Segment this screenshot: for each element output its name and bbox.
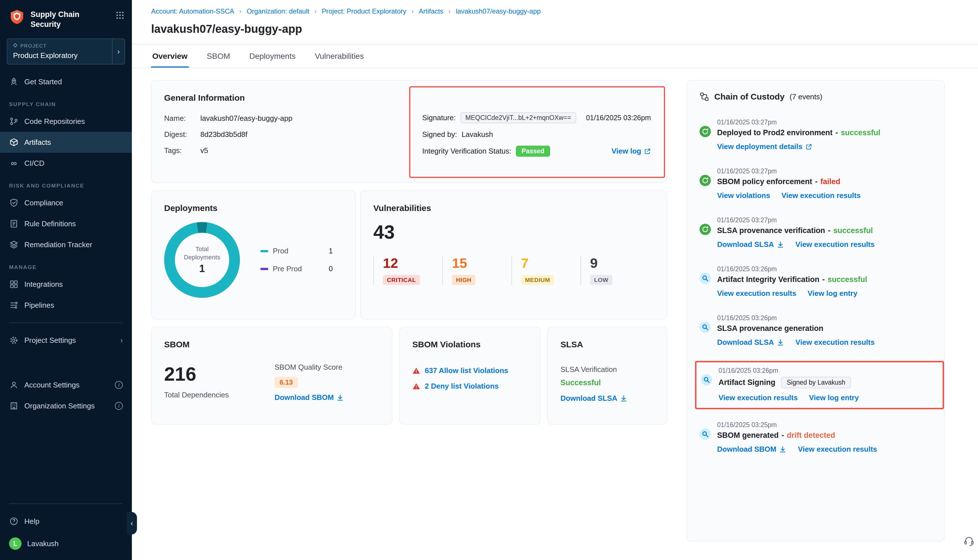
pipelines-icon (9, 300, 19, 310)
sidebar-item-integrations[interactable]: Integrations (0, 274, 132, 295)
download-slsa-link[interactable]: Download SLSA (717, 338, 784, 347)
person-icon (9, 380, 19, 390)
event-slsa-provenance-generation: 01/16/2025 03:26pm SLSA provenance gener… (699, 310, 931, 351)
event-time: 01/16/2025 03:27pm (717, 167, 931, 175)
view-execution-results-link[interactable]: View execution results (796, 338, 875, 347)
event-time: 01/16/2025 03:26pm (719, 367, 931, 375)
deploy-step-icon (699, 126, 711, 137)
download-slsa-link[interactable]: Download SLSA (717, 240, 784, 249)
sbom-total: 216 (164, 363, 274, 385)
digest-value: 8d23bd3b5d8f (200, 130, 247, 139)
tab-vulnerabilities[interactable]: Vulnerabilities (314, 44, 365, 68)
download-sbom-link[interactable]: Download SBOM (717, 445, 786, 454)
event-deployed-to-prod2: 01/16/2025 03:27pm Deployed to Prod2 env… (699, 114, 931, 155)
tab-overview[interactable]: Overview (151, 44, 189, 68)
sidebar-collapse-handle[interactable]: ‹ (127, 512, 137, 535)
tab-bar: Overview SBOM Deployments Vulnerabilitie… (132, 44, 978, 68)
donut-center-label: Total Deployments (184, 245, 220, 261)
name-label: Name: (164, 114, 200, 123)
breadcrumb-item-account[interactable]: Account: Automation-SSCA (151, 7, 234, 15)
project-selector[interactable]: PROJECT Product Exploratory › (7, 38, 125, 65)
sbom-total-label: Total Dependencies (164, 391, 274, 399)
deny-list-violations-link[interactable]: 2 Deny list Violations (425, 382, 499, 391)
tags-label: Tags: (164, 146, 200, 155)
event-sbom-generated: 01/16/2025 03:25pm SBOM generated-drift … (699, 417, 931, 458)
view-deployment-details-link[interactable]: View deployment details (717, 142, 812, 151)
legend-value: 1 (329, 247, 333, 255)
chevron-right-icon: › (112, 39, 125, 64)
sidebar-item-pipelines[interactable]: Pipelines (0, 295, 132, 316)
allow-list-violations-link[interactable]: 637 Allow list Violations (425, 366, 508, 375)
module-grid-icon[interactable] (116, 9, 124, 21)
app-logo[interactable] (9, 9, 25, 27)
event-sbom-policy-enforcement: 01/16/2025 03:27pm SBOM policy enforceme… (699, 163, 931, 205)
integrity-status-label: Integrity Verification Status: (422, 147, 511, 155)
low-count: 9 (590, 255, 614, 271)
download-icon (779, 446, 786, 453)
view-execution-results-link[interactable]: View execution results (781, 191, 861, 200)
sidebar: Supply Chain Security PROJECT Product Ex… (0, 0, 132, 560)
view-execution-results-link[interactable]: View execution results (719, 393, 798, 402)
view-log-entry-link[interactable]: View log entry (809, 393, 859, 402)
card-title: SBOM (164, 340, 379, 349)
scan-step-icon (701, 374, 712, 385)
chain-of-custody-icon (699, 92, 709, 102)
sidebar-item-project-settings[interactable]: Project Settings › (0, 330, 132, 351)
card-title: SLSA (560, 340, 654, 349)
card-title: SBOM Violations (412, 340, 527, 349)
rocket-icon (9, 77, 19, 87)
sidebar-item-help[interactable]: Help (0, 511, 132, 532)
medium-badge: MEDIUM (521, 275, 554, 285)
sidebar-item-artifacts[interactable]: Artifacts (0, 132, 132, 153)
severity-medium: 7 MEDIUM (511, 255, 563, 285)
event-status: drift detected (787, 431, 835, 440)
view-execution-results-link[interactable]: View execution results (717, 289, 796, 298)
app-root: Supply Chain Security PROJECT Product Ex… (0, 0, 978, 560)
view-violations-link[interactable]: View violations (717, 191, 770, 200)
sidebar-item-get-started[interactable]: Get Started (0, 71, 132, 92)
warning-triangle-icon (412, 382, 420, 390)
scan-step-icon (699, 273, 711, 284)
sidebar-item-remediation-tracker[interactable]: Remediation Tracker (0, 234, 132, 255)
event-time: 01/16/2025 03:27pm (717, 217, 931, 224)
sidebar-item-label: Help (24, 517, 39, 526)
scan-step-icon (699, 322, 711, 333)
breadcrumb-item-artifacts[interactable]: Artifacts (419, 7, 444, 15)
main-area: Account: Automation-SSCA › Organization:… (132, 0, 978, 560)
breadcrumb-item-organization[interactable]: Organization: default (247, 7, 309, 15)
view-log-entry-link[interactable]: View log entry (808, 289, 858, 298)
sbom-card: SBOM 216 Total Dependencies SBOM Quality… (151, 327, 392, 425)
sidebar-item-label: Compliance (24, 198, 63, 207)
download-slsa-link[interactable]: Download SLSA (560, 394, 628, 403)
view-execution-results-link[interactable]: View execution results (796, 240, 875, 249)
sidebar-item-rule-definitions[interactable]: Rule Definitions (0, 213, 132, 234)
signed-by-value: Lavakush (462, 130, 493, 139)
sidebar-item-label: Project Settings (24, 336, 76, 345)
sidebar-item-code-repositories[interactable]: Code Repositories (0, 111, 132, 132)
sidebar-item-label: Integrations (24, 280, 63, 289)
download-sbom-link[interactable]: Download SBOM (274, 393, 344, 402)
legend-value: 0 (329, 265, 333, 273)
sidebar-item-cicd[interactable]: ∞ CI/CD (0, 153, 132, 174)
support-button[interactable] (963, 535, 975, 549)
sidebar-item-organization-settings[interactable]: Organization Settings i (0, 395, 132, 416)
breadcrumb-item-current[interactable]: lavakush07/easy-buggy-app (456, 7, 541, 15)
view-execution-results-link[interactable]: View execution results (798, 445, 877, 454)
chain-of-custody-title: Chain of Custody (714, 92, 784, 102)
event-status: successful (833, 226, 873, 235)
download-icon (337, 394, 344, 401)
user-menu[interactable]: L Lavakush (0, 532, 132, 555)
tab-deployments[interactable]: Deployments (248, 44, 297, 68)
severity-breakdown: 12 CRITICAL 15 HIGH 7 MEDIUM (373, 255, 654, 285)
sidebar-item-compliance[interactable]: Compliance (0, 192, 132, 213)
warning-triangle-icon (412, 367, 420, 375)
sidebar-item-label: CI/CD (24, 159, 44, 168)
integrity-status-badge: Passed (516, 146, 550, 157)
sidebar-item-account-settings[interactable]: Account Settings i (0, 375, 132, 395)
deployments-legend: Prod 1 Pre Prod 0 (260, 247, 333, 273)
tab-sbom[interactable]: SBOM (206, 44, 231, 68)
deployments-donut-chart: Total Deployments 1 (164, 222, 240, 298)
user-name: Lavakush (27, 539, 58, 548)
breadcrumb-item-project[interactable]: Project: Product Exploratory (322, 7, 406, 15)
view-log-link[interactable]: View log (611, 147, 651, 155)
